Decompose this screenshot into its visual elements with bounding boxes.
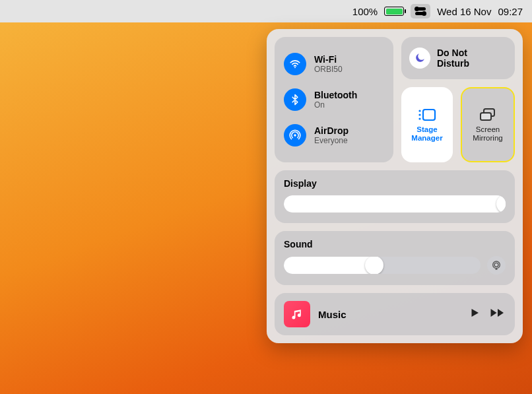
display-title: Display <box>284 178 506 189</box>
svg-point-0 <box>294 67 296 68</box>
airdrop-title: AirDrop <box>314 125 349 136</box>
wifi-icon <box>284 53 306 75</box>
bluetooth-title: Bluetooth <box>314 90 357 100</box>
bluetooth-status: On <box>314 100 357 110</box>
airdrop-toggle[interactable]: AirDrop Everyone <box>284 124 384 147</box>
stage-manager-label: Stage Manager <box>411 125 442 143</box>
connectivity-panel: Wi-Fi ORBI50 Bluetooth On <box>275 37 393 162</box>
screen-mirroring-label: Screen Mirroring <box>473 125 502 143</box>
control-center-panel: Wi-Fi ORBI50 Bluetooth On <box>267 29 523 343</box>
airdrop-status: Everyone <box>314 136 349 145</box>
sound-panel: Sound <box>275 231 515 285</box>
menu-bar: 100% Wed 16 Nov 09:27 <box>0 0 532 22</box>
bluetooth-toggle[interactable]: Bluetooth On <box>284 88 384 111</box>
music-app-icon <box>284 301 310 327</box>
sound-volume-slider[interactable] <box>284 257 481 274</box>
moon-icon <box>409 48 430 69</box>
wifi-network-name: ORBI50 <box>314 65 343 74</box>
display-brightness-slider[interactable]: ☀ <box>284 195 506 213</box>
svg-rect-5 <box>423 110 435 120</box>
stage-manager-tile[interactable]: Stage Manager <box>401 87 453 162</box>
svg-rect-7 <box>481 113 491 120</box>
screen-mirroring-icon <box>478 107 498 123</box>
play-button[interactable] <box>469 307 481 321</box>
control-center-menubar-icon[interactable] <box>411 4 430 18</box>
svg-point-1 <box>294 134 296 136</box>
svg-point-3 <box>418 114 420 115</box>
svg-point-2 <box>418 110 420 112</box>
now-playing-panel: Music <box>275 293 515 335</box>
svg-point-8 <box>493 261 500 269</box>
now-playing-title: Music <box>318 309 461 320</box>
battery-percent: 100% <box>352 6 378 17</box>
svg-point-4 <box>418 117 420 119</box>
display-panel: Display ☀ <box>275 170 515 223</box>
airdrop-icon <box>284 124 306 147</box>
screen-mirroring-tile[interactable]: Screen Mirroring <box>461 87 515 162</box>
wifi-title: Wi-Fi <box>314 54 343 65</box>
wifi-toggle[interactable]: Wi-Fi ORBI50 <box>284 53 384 75</box>
battery-icon <box>384 7 404 16</box>
menubar-time[interactable]: 09:27 <box>498 6 523 17</box>
svg-point-9 <box>494 263 498 267</box>
stage-manager-icon <box>417 107 437 123</box>
do-not-disturb-label: Do Not Disturb <box>437 48 469 69</box>
sound-title: Sound <box>284 239 506 249</box>
desktop-wallpaper: Wi-Fi ORBI50 Bluetooth On <box>0 22 532 394</box>
menubar-date[interactable]: Wed 16 Nov <box>437 6 491 17</box>
airplay-audio-button[interactable] <box>487 256 506 275</box>
do-not-disturb-toggle[interactable]: Do Not Disturb <box>401 37 515 79</box>
bluetooth-icon <box>284 88 306 111</box>
next-track-button[interactable] <box>490 307 506 321</box>
